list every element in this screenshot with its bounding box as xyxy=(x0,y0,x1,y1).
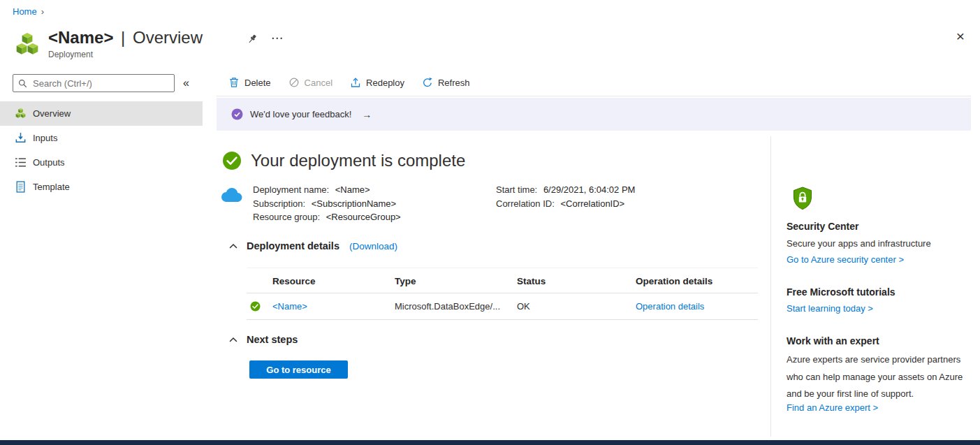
essentials-right-column: Start time: 6/29/2021, 6:04:02 PM Correl… xyxy=(496,183,635,210)
security-center-description: Secure your apps and infrastructure xyxy=(787,238,931,249)
row-status-value: OK xyxy=(517,301,636,312)
title-divider: | xyxy=(121,28,125,47)
download-link[interactable]: (Download) xyxy=(349,241,397,251)
pin-icon[interactable] xyxy=(247,34,258,45)
resource-type-label: Deployment xyxy=(48,50,203,59)
row-success-check-icon xyxy=(250,301,272,312)
cancel-label: Cancel xyxy=(305,78,332,88)
table-header-row: Resource Type Status Operation details xyxy=(247,268,758,293)
tutorials-title: Free Microsoft tutorials xyxy=(787,286,895,298)
outputs-list-icon xyxy=(15,156,27,168)
refresh-label: Refresh xyxy=(438,78,470,88)
resource-name: <Name> xyxy=(48,28,113,47)
command-bar: Delete Cancel Redeploy xyxy=(228,73,470,92)
collapse-sidebar-icon[interactable]: « xyxy=(183,77,189,89)
overview-cubes-icon xyxy=(15,108,27,119)
correlation-id-label: Correlation ID: xyxy=(496,198,555,209)
table-row[interactable]: <Name> Microsoft.DataBoxEdge/... OK Oper… xyxy=(247,293,758,320)
chevron-up-icon[interactable] xyxy=(229,243,237,249)
security-shield-icon xyxy=(792,187,813,210)
refresh-button[interactable]: Refresh xyxy=(422,77,470,88)
next-steps-title: Next steps xyxy=(247,334,298,345)
page-header: <Name> | Overview Deployment xyxy=(14,28,203,59)
main-content: Your deployment is complete Deployment n… xyxy=(217,131,770,440)
row-type-value: Microsoft.DataBoxEdge/... xyxy=(395,301,517,312)
delete-button[interactable]: Delete xyxy=(228,77,271,88)
feedback-message: We'd love your feedback! xyxy=(250,109,351,119)
inputs-icon xyxy=(15,132,27,144)
start-time-value: 6/29/2021, 6:04:02 PM xyxy=(543,184,636,195)
toolbar-divider xyxy=(217,96,971,96)
trash-icon xyxy=(228,77,240,88)
subscription-link[interactable]: <SubscriptionName> xyxy=(312,198,396,209)
feedback-banner[interactable]: We'd love your feedback! → xyxy=(217,98,971,131)
deployment-status: Your deployment is complete xyxy=(222,151,465,170)
resource-group-label: Resource group: xyxy=(253,212,320,222)
sidebar-item-outputs[interactable]: Outputs xyxy=(0,150,203,175)
deployment-details-section-header[interactable]: Deployment details (Download) xyxy=(229,240,397,251)
sidebar-menu: Overview Inputs xyxy=(0,101,203,199)
expert-description: Azure experts are service provider partn… xyxy=(787,351,979,403)
column-header-operation-details: Operation details xyxy=(636,276,758,286)
recommendations-panel: Security Center Secure your apps and inf… xyxy=(770,136,972,437)
security-center-title: Security Center xyxy=(787,221,858,232)
template-document-icon xyxy=(15,181,27,193)
bottom-status-bar xyxy=(0,440,980,445)
deployment-cubes-icon xyxy=(14,31,41,59)
redeploy-button[interactable]: Redeploy xyxy=(350,77,404,88)
page-title: <Name> | Overview xyxy=(48,28,203,48)
search-input[interactable] xyxy=(31,78,169,89)
sidebar-item-template[interactable]: Template xyxy=(0,175,203,199)
security-center-link[interactable]: Go to Azure security center > xyxy=(787,254,904,265)
next-steps-section-header[interactable]: Next steps xyxy=(229,334,298,345)
subscription-row: Subscription: <SubscriptionName> xyxy=(253,197,401,211)
feedback-arrow-icon[interactable]: → xyxy=(362,109,372,120)
search-icon xyxy=(18,79,27,88)
column-header-resource: Resource xyxy=(272,276,395,286)
correlation-id-row: Correlation ID: <CorrelationID> xyxy=(496,197,635,211)
cancel-button[interactable]: Cancel xyxy=(288,77,332,88)
success-check-icon xyxy=(222,151,242,170)
go-to-resource-button[interactable]: Go to resource xyxy=(249,360,348,379)
essentials-left-column: Deployment name: <Name> Subscription: <S… xyxy=(253,183,401,224)
chevron-up-icon[interactable] xyxy=(229,337,237,342)
column-header-status: Status xyxy=(517,276,636,286)
sidebar-item-inputs[interactable]: Inputs xyxy=(0,126,203,150)
column-header-type: Type xyxy=(395,276,517,286)
correlation-id-value: <CorrelationID> xyxy=(560,198,624,209)
cancel-slash-icon xyxy=(288,77,300,88)
delete-label: Delete xyxy=(244,78,271,88)
redeploy-label: Redeploy xyxy=(366,78,404,88)
resource-group-link[interactable]: <ResourceGroup> xyxy=(326,212,401,222)
close-icon[interactable]: × xyxy=(956,29,965,43)
start-time-row: Start time: 6/29/2021, 6:04:02 PM xyxy=(496,183,635,197)
breadcrumb-home-link[interactable]: Home xyxy=(13,6,37,17)
resource-group-row: Resource group: <ResourceGroup> xyxy=(253,210,401,224)
deployment-name-value: <Name> xyxy=(335,184,370,195)
subscription-label: Subscription: xyxy=(253,198,305,209)
sidebar-search[interactable] xyxy=(13,74,175,92)
status-heading: Your deployment is complete xyxy=(251,151,465,170)
redeploy-upload-icon xyxy=(350,77,361,88)
refresh-icon xyxy=(422,77,433,88)
sidebar-item-overview[interactable]: Overview xyxy=(0,101,203,126)
feedback-icon xyxy=(231,108,243,120)
sidebar-item-label: Outputs xyxy=(33,157,65,168)
expert-title: Work with an expert xyxy=(787,335,879,346)
expert-link[interactable]: Find an Azure expert > xyxy=(787,402,878,413)
row-resource-link[interactable]: <Name> xyxy=(272,301,395,312)
breadcrumb-separator: › xyxy=(41,6,44,17)
sidebar-item-label: Template xyxy=(33,182,70,192)
sidebar-item-label: Inputs xyxy=(33,133,57,143)
sidebar-item-label: Overview xyxy=(33,108,71,119)
row-operation-details-link[interactable]: Operation details xyxy=(636,301,758,312)
breadcrumb: Home › xyxy=(13,6,44,17)
blade-sidebar: « Overview xyxy=(0,70,203,199)
deployment-name-row: Deployment name: <Name> xyxy=(253,183,401,197)
tutorials-link[interactable]: Start learning today > xyxy=(787,303,873,314)
title-section: Overview xyxy=(133,28,203,47)
deployment-details-title: Deployment details xyxy=(247,240,339,251)
more-options-icon[interactable]: ⋯ xyxy=(271,31,283,45)
cloud-icon xyxy=(219,187,243,203)
deployment-details-table: Resource Type Status Operation details <… xyxy=(247,268,758,320)
